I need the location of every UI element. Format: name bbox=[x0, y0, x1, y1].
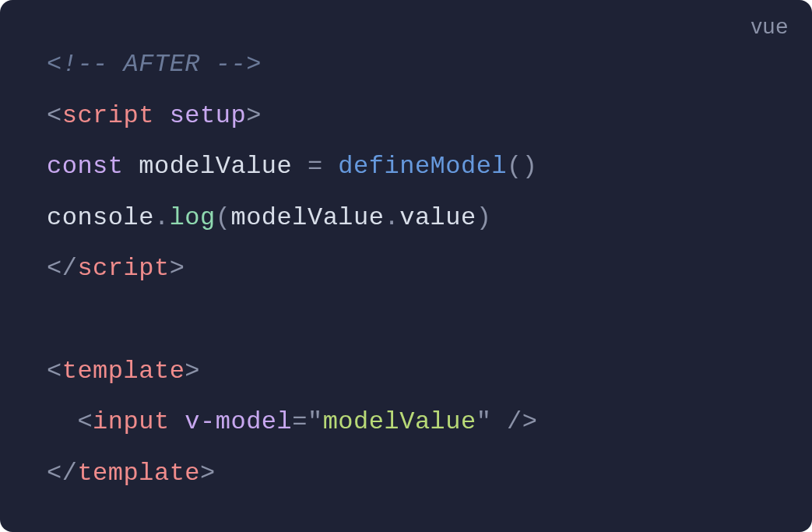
equals: = bbox=[292, 407, 308, 436]
space bbox=[323, 152, 339, 181]
tag-bracket: </ bbox=[47, 254, 77, 283]
setup-attr: setup bbox=[170, 101, 247, 130]
argument: modelValue bbox=[230, 203, 384, 232]
tag-bracket: < bbox=[47, 101, 62, 130]
code-block: vue <!-- AFTER --> <script setup> const … bbox=[0, 0, 812, 532]
log-method: log bbox=[170, 203, 216, 232]
space bbox=[154, 101, 170, 130]
space bbox=[124, 152, 139, 181]
script-tag: script bbox=[62, 101, 154, 130]
language-label: vue bbox=[751, 14, 789, 39]
console-object: console bbox=[47, 203, 154, 232]
indent bbox=[47, 407, 77, 436]
close-paren: ) bbox=[476, 203, 492, 232]
tag-bracket: > bbox=[170, 254, 185, 283]
open-paren: ( bbox=[216, 203, 231, 232]
code-content: <!-- AFTER --> <script setup> const mode… bbox=[47, 39, 765, 499]
space bbox=[292, 152, 308, 181]
attr-value: modelValue bbox=[323, 407, 476, 436]
parens: () bbox=[507, 152, 537, 181]
code-comment: <!-- AFTER --> bbox=[47, 50, 262, 79]
tag-bracket: > bbox=[185, 357, 200, 386]
value-property: value bbox=[399, 203, 476, 232]
space bbox=[170, 407, 185, 436]
dot: . bbox=[384, 203, 399, 232]
equals-operator: = bbox=[308, 152, 323, 181]
tag-bracket: < bbox=[77, 407, 93, 436]
tag-bracket: </ bbox=[47, 459, 77, 488]
self-close: /> bbox=[507, 407, 537, 436]
function-call: defineModel bbox=[338, 152, 507, 181]
variable-name: modelValue bbox=[139, 152, 292, 181]
dot: . bbox=[154, 203, 170, 232]
script-close-tag: script bbox=[77, 254, 169, 283]
input-tag: input bbox=[93, 407, 170, 436]
template-close-tag: template bbox=[77, 459, 200, 488]
space bbox=[491, 407, 507, 436]
tag-bracket: > bbox=[200, 459, 216, 488]
quote: " bbox=[476, 407, 492, 436]
template-tag: template bbox=[62, 357, 185, 386]
const-keyword: const bbox=[47, 152, 124, 181]
quote: " bbox=[308, 407, 323, 436]
vmodel-attr: v-model bbox=[185, 407, 292, 436]
tag-bracket: < bbox=[47, 357, 62, 386]
tag-bracket: > bbox=[246, 101, 262, 130]
